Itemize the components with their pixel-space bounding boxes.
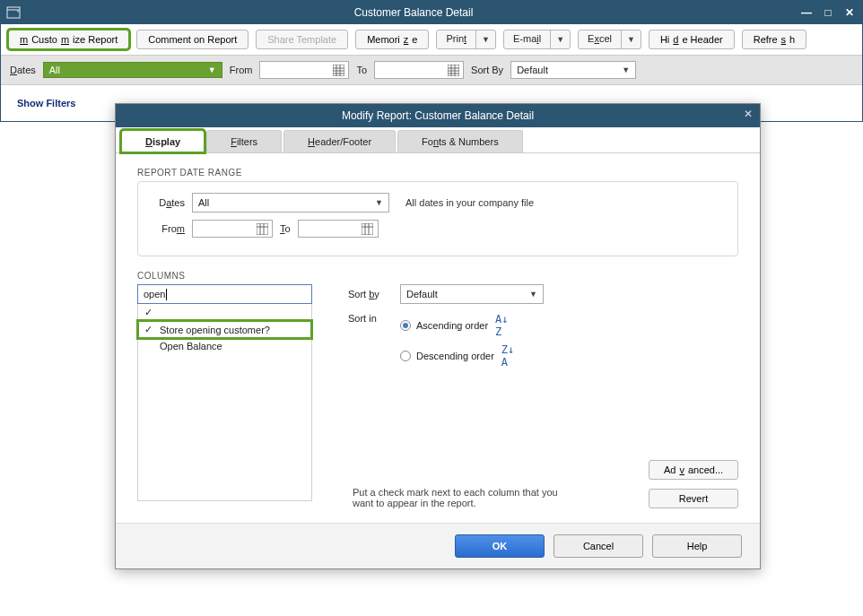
help-button[interactable]: Help	[652, 534, 742, 558]
tab-filters[interactable]: Filters	[206, 130, 282, 152]
column-label: Open Balance	[160, 341, 222, 351]
sort-asc-icon: A↓Z	[495, 313, 508, 338]
sortby-label: Sort by	[348, 289, 393, 299]
check-icon: ✓	[142, 307, 154, 318]
memorize-button[interactable]: Memorize	[355, 30, 429, 49]
columns-heading: COLUMNS	[137, 271, 738, 281]
svg-rect-15	[257, 223, 268, 235]
svg-marker-2	[17, 11, 19, 13]
window-title: Customer Balance Detail	[28, 6, 799, 19]
calendar-icon[interactable]	[447, 64, 459, 76]
column-item[interactable]: ✓	[138, 304, 311, 321]
dialog-tabs: Display Filters Header/Footer Fonts & Nu…	[116, 127, 760, 153]
ascending-label: Ascending order	[416, 320, 488, 331]
to-label: To	[356, 65, 367, 75]
check-icon: ✓	[142, 324, 154, 335]
modal-dates-label: Dates	[149, 197, 185, 208]
from-label: From	[230, 65, 253, 75]
dialog-titlebar: Modify Report: Customer Balance Detail ✕	[116, 104, 760, 127]
dates-hint: All dates in your company file	[405, 197, 534, 208]
modal-to-input[interactable]	[298, 220, 379, 238]
excel-split-button[interactable]: Excel▼	[578, 30, 641, 49]
column-label: Store opening customer?	[160, 325, 270, 335]
dialog-close-icon[interactable]: ✕	[744, 108, 753, 120]
calendar-icon[interactable]	[332, 64, 344, 76]
to-date-input[interactable]	[374, 61, 464, 79]
calendar-icon[interactable]	[362, 222, 374, 235]
date-filter-row: Dates All▼ From To Sort By Default▼	[1, 56, 862, 85]
sortby-dropdown[interactable]: Default▼	[510, 61, 636, 79]
ascending-radio[interactable]	[400, 320, 411, 331]
columns-search-input[interactable]: open	[137, 284, 312, 304]
sortin-label: Sort in	[348, 313, 393, 324]
from-date-input[interactable]	[259, 61, 349, 79]
sortby-label: Sort By	[471, 65, 503, 75]
sort-desc-icon: Z↓A	[501, 343, 514, 369]
columns-list[interactable]: ✓ ✓ Store opening customer? Open Balance	[137, 304, 312, 501]
modal-dates-dropdown[interactable]: All▼	[192, 193, 389, 213]
modify-report-dialog: Modify Report: Customer Balance Detail ✕…	[115, 103, 761, 569]
hide-header-button[interactable]: Hide Header	[649, 30, 735, 49]
tab-display[interactable]: Display	[121, 130, 205, 152]
calendar-icon[interactable]	[256, 222, 268, 235]
email-split-button[interactable]: E-mail▼	[503, 30, 571, 49]
cancel-button[interactable]: Cancel	[554, 534, 643, 558]
modal-from-input[interactable]	[192, 220, 273, 238]
print-split-button[interactable]: Print▼	[436, 30, 496, 49]
revert-button[interactable]: Revert	[649, 489, 738, 508]
dates-dropdown[interactable]: All▼	[43, 62, 222, 78]
svg-rect-0	[7, 7, 20, 18]
show-filters-link[interactable]: Show Filters	[1, 85, 92, 121]
column-item-open-balance[interactable]: Open Balance	[138, 338, 311, 354]
tab-header-footer[interactable]: Header/Footer	[283, 130, 396, 152]
dates-label: Dates	[10, 65, 36, 75]
report-date-range-heading: REPORT DATE RANGE	[137, 168, 738, 178]
minimize-button[interactable]: —	[799, 6, 814, 19]
descending-radio[interactable]	[400, 351, 411, 361]
refresh-button[interactable]: Refresh	[742, 30, 807, 49]
comment-on-report-button[interactable]: Comment on Report	[136, 30, 248, 49]
modal-to-label: To	[280, 223, 291, 234]
columns-help-text: Put a check mark next to each column tha…	[353, 487, 568, 508]
customize-report-button[interactable]: mCustomize ReportCustomize Report	[8, 30, 129, 49]
window-menu-icon[interactable]	[6, 5, 21, 20]
descending-label: Descending order	[416, 351, 494, 361]
advanced-button[interactable]: Advanced...	[649, 460, 738, 480]
tab-fonts-numbers[interactable]: Fonts & Numbers	[397, 130, 523, 152]
maximize-button[interactable]: □	[821, 6, 835, 19]
dialog-title: Modify Report: Customer Balance Detail	[342, 109, 534, 122]
modal-from-label: From	[149, 223, 185, 234]
svg-rect-19	[362, 223, 373, 235]
modal-sortby-dropdown[interactable]: Default▼	[400, 284, 544, 304]
column-item-store-opening[interactable]: ✓ Store opening customer?	[138, 321, 311, 338]
report-toolbar: mCustomize ReportCustomize Report Commen…	[1, 24, 862, 56]
ok-button[interactable]: OK	[455, 534, 545, 558]
share-template-button: Share Template	[256, 30, 348, 49]
close-button[interactable]: ✕	[842, 6, 857, 19]
window-titlebar: Customer Balance Detail — □ ✕	[1, 1, 862, 24]
